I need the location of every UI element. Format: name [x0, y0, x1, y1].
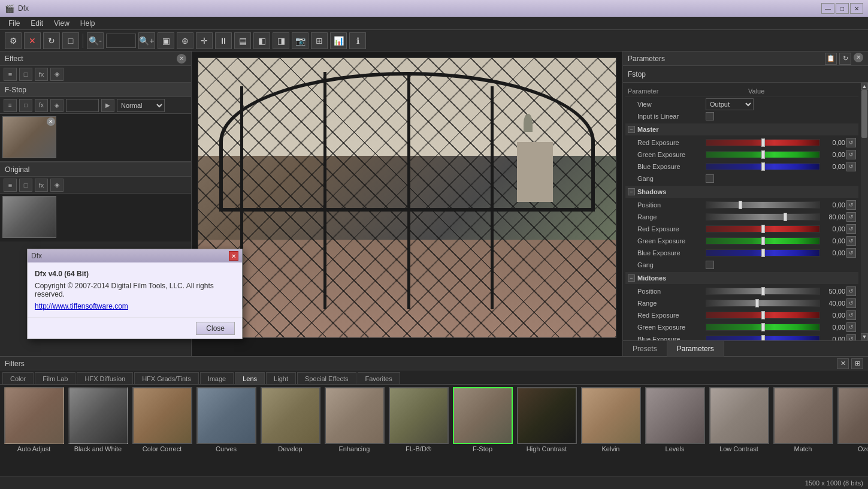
shadows-toggle[interactable]: − [628, 188, 635, 195]
zoom-out-button[interactable]: 🔍- [87, 32, 104, 49]
shadows-range-btn[interactable]: ↺ [846, 212, 856, 222]
close-effect-button[interactable]: ✕ [24, 32, 41, 49]
filter-flbd[interactable]: FL-B/D® [387, 387, 450, 452]
shadows-green-btn[interactable]: ↺ [846, 236, 856, 246]
close-button[interactable]: ✕ [850, 3, 863, 14]
master-green-btn[interactable]: ↺ [846, 150, 856, 159]
params-refresh-btn[interactable]: ↻ [839, 53, 851, 65]
effect-mask-btn[interactable]: ◈ [50, 68, 63, 81]
shadows-position-btn[interactable]: ↺ [846, 200, 856, 210]
zoom-input[interactable]: 45 % [106, 34, 136, 48]
blend-layers-btn[interactable]: ≡ [4, 99, 17, 112]
menu-file[interactable]: File [4, 18, 25, 29]
orig-mask-btn[interactable]: ◈ [50, 179, 63, 192]
filter-ozo[interactable]: Ozo… [836, 387, 868, 452]
effect-view-btn[interactable]: □ [19, 68, 32, 81]
midtones-blue-slider[interactable] [706, 336, 820, 340]
master-red-btn[interactable]: ↺ [846, 138, 856, 147]
filter-tab-favorites[interactable]: Favorites [358, 372, 400, 384]
filter-fstop[interactable]: F-Stop [451, 387, 514, 452]
filter-tab-lens[interactable]: Lens [235, 372, 265, 384]
filter-tab-image[interactable]: Image [200, 372, 234, 384]
blend-mask-btn[interactable]: ◈ [50, 99, 63, 112]
orig-view-btn[interactable]: □ [19, 179, 32, 192]
minimize-button[interactable]: — [821, 3, 834, 14]
midtones-green-slider[interactable] [706, 324, 820, 331]
scroll-thumb[interactable] [861, 90, 867, 138]
filter-low-contrast[interactable]: Low Contrast [707, 387, 770, 452]
orig-fx-btn[interactable]: fx [35, 179, 48, 192]
blend-view-btn[interactable]: □ [19, 99, 32, 112]
tab-parameters[interactable]: Parameters [667, 341, 724, 357]
midtones-blue-btn[interactable]: ↺ [846, 334, 856, 340]
filter-color-correct[interactable]: Color Correct [131, 387, 193, 452]
midtones-range-btn[interactable]: ↺ [846, 298, 856, 308]
shadows-blue-btn[interactable]: ↺ [846, 248, 856, 258]
master-gang-checkbox[interactable] [706, 174, 714, 183]
midtones-red-btn[interactable]: ↺ [846, 310, 856, 320]
pause-button[interactable]: ⏸ [215, 32, 232, 49]
effect-fx-btn[interactable]: fx [35, 68, 48, 81]
columns-button[interactable]: ▤ [234, 32, 251, 49]
filter-tab-hfxdiff[interactable]: HFX Diffusion [77, 372, 133, 384]
input-linear-checkbox[interactable] [706, 112, 714, 120]
midtones-red-slider[interactable] [706, 312, 820, 319]
filter-match[interactable]: Match [772, 387, 834, 452]
output-button[interactable]: ◨ [273, 32, 289, 49]
filters-expand-btn[interactable]: ⊞ [851, 358, 863, 369]
refresh-button[interactable]: ↻ [43, 32, 60, 49]
shadows-gang-checkbox[interactable] [706, 261, 714, 269]
midtones-range-slider[interactable] [706, 300, 820, 307]
filter-curves[interactable]: Curves [195, 387, 258, 452]
midtones-toggle[interactable]: − [628, 274, 635, 282]
filter-tab-hfxgrads[interactable]: HFX Grads/Tints [134, 372, 199, 384]
params-copy-btn[interactable]: 📋 [825, 53, 837, 65]
shadows-red-slider[interactable] [706, 225, 820, 233]
midtones-position-btn[interactable]: ↺ [846, 286, 856, 296]
filter-levels[interactable]: Levels [643, 387, 706, 452]
effect-thumb-close[interactable]: ✕ [47, 117, 55, 126]
filter-kelvin[interactable]: Kelvin [579, 387, 642, 452]
filter-enhancing[interactable]: Enhancing [323, 387, 386, 452]
master-blue-slider[interactable] [706, 163, 820, 170]
filters-close-btn[interactable]: ✕ [837, 358, 849, 369]
effect-close-button[interactable]: ✕ [177, 54, 186, 64]
zoom-in-button[interactable]: 🔍+ [138, 32, 155, 49]
info-button[interactable]: ℹ [349, 32, 366, 49]
filter-tab-color[interactable]: Color [2, 372, 34, 384]
shadows-green-slider[interactable] [706, 237, 820, 244]
shadows-range-slider[interactable] [706, 213, 820, 221]
shadows-blue-slider[interactable] [706, 249, 820, 256]
view-mode-button[interactable]: ◧ [253, 32, 270, 49]
scroll-up-btn[interactable]: ▲ [861, 83, 868, 90]
camera-button[interactable]: 📷 [292, 32, 309, 49]
master-toggle[interactable]: − [628, 126, 635, 133]
filter-develop[interactable]: Develop [259, 387, 322, 452]
effect-layers-btn[interactable]: ≡ [4, 68, 17, 81]
blend-value-input[interactable]: 100,0 [66, 99, 99, 112]
shadows-red-btn[interactable]: ↺ [846, 224, 856, 234]
settings-button[interactable]: ⚙ [5, 32, 22, 49]
blend-fx-btn[interactable]: fx [35, 99, 48, 112]
zoom-fit-button[interactable]: ⊕ [177, 32, 193, 49]
filter-tab-light[interactable]: Light [266, 372, 296, 384]
save-button[interactable]: □ [62, 32, 79, 49]
filter-tab-specialfx[interactable]: Special Effects [297, 372, 356, 384]
orig-layers-btn[interactable]: ≡ [4, 179, 17, 192]
maximize-button[interactable]: □ [836, 3, 849, 14]
params-scrollbar[interactable]: ▲ ▼ [861, 83, 868, 340]
params-close-btn[interactable]: ✕ [854, 53, 863, 62]
menu-edit[interactable]: Edit [26, 18, 48, 29]
blend-arrow-btn[interactable]: ▶ [101, 99, 114, 112]
master-blue-btn[interactable]: ↺ [846, 162, 856, 171]
filter-auto-adjust[interactable]: Auto Adjust [2, 387, 65, 452]
midtones-position-slider[interactable] [706, 288, 820, 295]
dialog-close-btn[interactable]: Close [196, 322, 235, 335]
menu-view[interactable]: View [49, 18, 74, 29]
master-red-slider[interactable] [706, 139, 820, 146]
dialog-close-button[interactable]: ✕ [229, 251, 238, 261]
menu-help[interactable]: Help [75, 18, 100, 29]
shadows-position-slider[interactable] [706, 201, 820, 209]
master-green-slider[interactable] [706, 151, 820, 158]
blend-mode-select[interactable]: Normal [117, 99, 165, 112]
